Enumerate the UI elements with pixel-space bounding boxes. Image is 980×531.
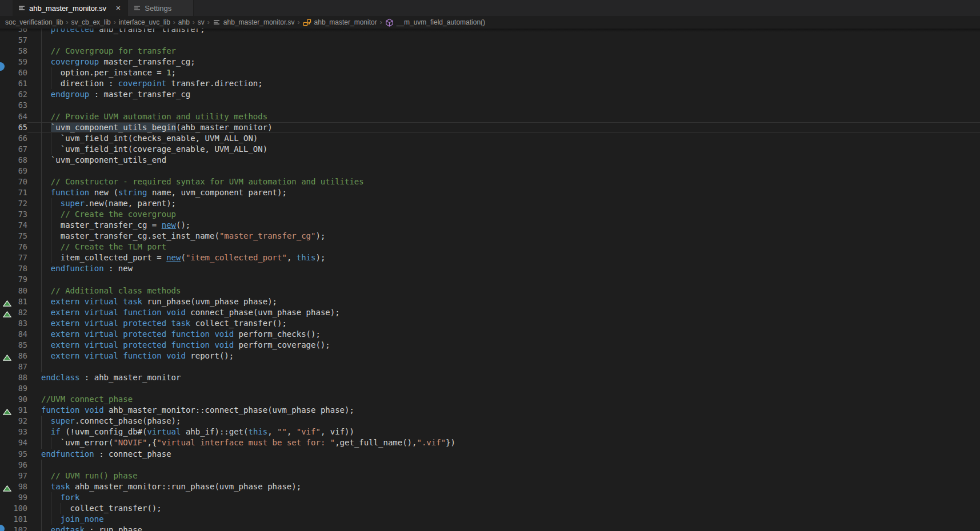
line-number[interactable]: 82 [0,307,27,318]
line-number[interactable]: 95 [0,449,27,460]
code-line[interactable]: 59 covergroup master_transfer_cg; [0,57,980,67]
code-line[interactable]: 89 [0,383,980,394]
code-line[interactable]: 97 // UVM run() phase [0,470,980,481]
code-line[interactable]: 96 [0,460,980,470]
code-line[interactable]: 70 // Constructor - required syntax for … [0,176,980,187]
breadcrumb-item-ahb-master-monitor-sv[interactable]: ahb_master_monitor.sv [213,18,295,26]
line-number[interactable]: 89 [0,383,27,394]
line-number[interactable]: 73 [0,209,27,220]
code-line[interactable]: 99 fork [0,492,980,503]
code-line[interactable]: 71 function new (string name, uvm_compon… [0,187,980,198]
line-number[interactable]: 87 [0,361,27,372]
line-number[interactable]: 93 [0,427,27,437]
line-number[interactable]: 84 [0,329,27,340]
breadcrumb-item-sv[interactable]: sv [198,18,205,26]
line-number[interactable]: 78 [0,263,27,274]
code-line[interactable]: 84 extern virtual protected function voi… [0,329,980,340]
code-line[interactable]: 74 master_transfer_cg = new(); [0,220,980,231]
line-number[interactable]: 90 [0,394,27,405]
line-number[interactable]: 68 [0,155,27,166]
line-number[interactable]: 57 [0,35,27,46]
line-number[interactable]: 80 [0,285,27,296]
code-line[interactable]: 102 endtask : run_phase [0,525,980,531]
line-number[interactable]: 74 [0,220,27,231]
line-number[interactable]: 92 [0,416,27,427]
line-number[interactable]: 72 [0,198,27,209]
code-line[interactable]: 56 protected ahb_transfer transfer; [0,29,980,35]
code-line[interactable]: 78 endfunction : new [0,263,980,274]
line-number[interactable]: 91 [0,405,27,416]
code-line[interactable]: 86 extern virtual function void report()… [0,351,980,361]
code-line[interactable]: 64 // Provide UVM automation and utility… [0,111,980,122]
line-number[interactable]: 76 [0,242,27,252]
breadcrumb-item-sv-cb-ex-lib[interactable]: sv_cb_ex_lib [71,18,110,26]
code-line[interactable]: 68 `uvm_component_utils_end [0,155,980,166]
code-line[interactable]: 88endclass : ahb_master_monitor [0,372,980,383]
code-line[interactable]: 87 [0,361,980,372]
line-number[interactable]: 58 [0,46,27,57]
line-number[interactable]: 75 [0,231,27,242]
code-editor[interactable]: 56 protected ahb_transfer transfer;5758 … [0,29,980,531]
breadcrumb-item-soc-verification-lib[interactable]: soc_verification_lib [5,18,63,26]
code-line[interactable]: 65 `uvm_component_utils_begin(ahb_master… [0,122,980,133]
line-number[interactable]: 62 [0,89,27,100]
line-number[interactable]: 64 [0,111,27,122]
line-number[interactable]: 98 [0,481,27,492]
line-number[interactable]: 69 [0,166,27,176]
code-line[interactable]: 69 [0,166,980,176]
line-number[interactable]: 70 [0,176,27,187]
code-line[interactable]: 79 [0,274,980,285]
code-line[interactable]: 85 extern virtual protected function voi… [0,340,980,351]
tab-ahb-master-monitor-sv[interactable]: ahb_master_monitor.sv ✕ [13,0,128,16]
line-number[interactable]: 61 [0,78,27,89]
code-line[interactable]: 61 direction : coverpoint transfer.direc… [0,78,980,89]
tab-settings[interactable]: Settings ✕ [128,0,193,16]
code-line[interactable]: 63 [0,100,980,111]
code-line[interactable]: 98 task ahb_master_monitor::run_phase(uv… [0,481,980,492]
line-number[interactable]: 56 [0,29,27,35]
code-line[interactable]: 73 // Create the covergroup [0,209,980,220]
line-number[interactable]: 65 [0,122,27,133]
code-line[interactable]: 94 `uvm_error("NOVIF",{"virtual interfac… [0,437,980,448]
code-line[interactable]: 95endfunction : connect_phase [0,449,980,460]
code-line[interactable]: 66 `uvm_field_int(checks_enable, UVM_ALL… [0,133,980,144]
breadcrumb-item-interface-uvc-lib[interactable]: interface_uvc_lib [119,18,170,26]
line-number[interactable]: 88 [0,372,27,383]
code-line[interactable]: 72 super.new(name, parent); [0,198,980,209]
line-number[interactable]: 85 [0,340,27,351]
line-number[interactable]: 60 [0,67,27,78]
line-number[interactable]: 71 [0,187,27,198]
line-number[interactable]: 79 [0,274,27,285]
code-line[interactable]: 91function void ahb_master_monitor::conn… [0,405,980,416]
code-line[interactable]: 82 extern virtual function void connect_… [0,307,980,318]
code-line[interactable]: 67 `uvm_field_int(coverage_enable, UVM_A… [0,144,980,155]
code-line[interactable]: 57 [0,35,980,46]
code-line[interactable]: 60 option.per_instance = 1; [0,67,980,78]
code-line[interactable]: 101 join_none [0,514,980,525]
code-line[interactable]: 81 extern virtual task run_phase(uvm_pha… [0,296,980,307]
line-number[interactable]: 100 [0,503,27,514]
code-line[interactable]: 77 item_collected_port = new("item_colle… [0,252,980,263]
line-number[interactable]: 97 [0,470,27,481]
code-line[interactable]: 93 if (!uvm_config_db#(virtual ahb_if)::… [0,427,980,437]
code-line[interactable]: 75 master_transfer_cg.set_inst_name("mas… [0,231,980,242]
code-line[interactable]: 92 super.connect_phase(phase); [0,416,980,427]
code-line[interactable]: 100 collect_transfer(); [0,503,980,514]
line-number[interactable]: 101 [0,514,27,525]
line-number[interactable]: 86 [0,351,27,361]
line-number[interactable]: 81 [0,296,27,307]
code-line[interactable]: 90//UVM connect_phase [0,394,980,405]
line-number[interactable]: 67 [0,144,27,155]
code-line[interactable]: 58 // Covergroup for transfer [0,46,980,57]
close-icon[interactable]: ✕ [114,4,122,13]
breadcrumb-item-ahb[interactable]: ahb [178,18,190,26]
line-number[interactable]: 77 [0,252,27,263]
code-line[interactable]: 83 extern virtual protected task collect… [0,318,980,329]
breadcrumb-item-ahb-master-monitor[interactable]: ahb_master_monitor [303,18,377,27]
code-line[interactable]: 80 // Additional class methods [0,285,980,296]
line-number[interactable]: 66 [0,133,27,144]
line-number[interactable]: 94 [0,437,27,448]
line-number[interactable]: 96 [0,460,27,470]
line-number[interactable]: 63 [0,100,27,111]
line-number[interactable]: 99 [0,492,27,503]
